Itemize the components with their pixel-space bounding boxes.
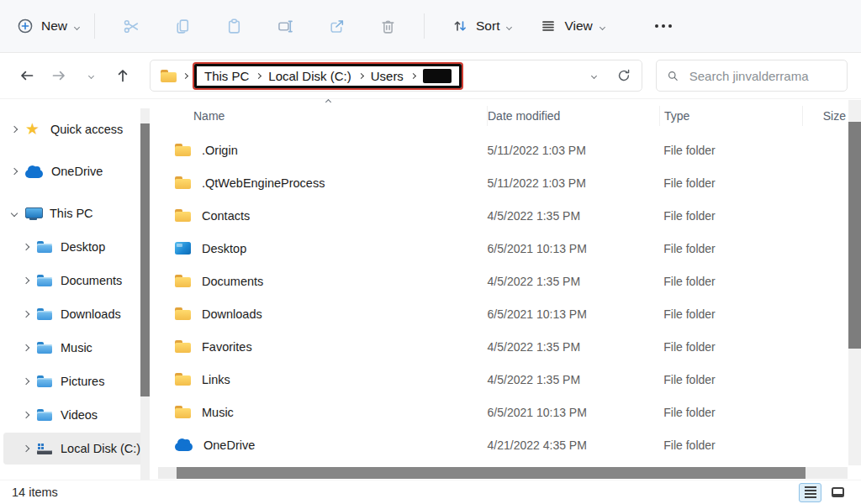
share-button[interactable] [322,12,351,40]
sidebar-item[interactable]: Downloads [3,298,148,330]
file-name: .QtWebEngineProcess [202,176,325,190]
sidebar-item[interactable]: Quick access [3,113,148,145]
file-icon [175,242,191,255]
refresh-button[interactable] [616,68,631,83]
new-button[interactable]: New [17,18,79,34]
sidebar-item[interactable]: Desktop [3,231,148,263]
file-row[interactable]: Desktop 6/5/2021 10:13 PM File folder [151,232,848,265]
column-header-name[interactable]: Name [151,106,488,126]
delete-button[interactable] [373,12,402,40]
file-row[interactable]: Documents 4/5/2022 1:35 PM File folder [151,265,848,297]
expand-chevron-icon[interactable] [11,210,18,217]
expand-chevron-icon[interactable] [23,277,29,284]
file-date-modified: 5/11/2022 1:03 PM [488,176,660,190]
file-row[interactable]: .Origin 5/11/2022 1:03 PM File folder [151,134,848,166]
search-box[interactable] [656,60,848,92]
breadcrumb-separator-icon [358,72,364,78]
file-row[interactable]: Music 6/5/2021 10:13 PM File folder [151,396,848,428]
sidebar-item-label: Documents [61,274,122,287]
chevron-down-icon [506,24,512,29]
file-type: File folder [659,144,802,157]
address-bar[interactable]: This PC Local Disk (C:) Users [150,60,642,92]
sidebar-item-label: Pictures [61,375,104,388]
sidebar-item-icon [37,444,52,454]
breadcrumb-label: Local Disk (C:) [268,69,351,83]
sidebar-item[interactable]: Local Disk (C:) [3,433,148,465]
expand-chevron-icon[interactable] [23,311,29,318]
vertical-scrollbar-thumb[interactable] [848,122,861,349]
back-button[interactable] [13,62,40,89]
sidebar-scrollbar-thumb[interactable] [140,123,150,396]
column-header-size[interactable]: Size [803,109,849,123]
file-row[interactable]: OneDrive 4/21/2022 4:35 PM File folder [151,428,848,461]
details-view-button[interactable] [799,483,821,502]
sidebar-item-label: OneDrive [51,165,103,178]
horizontal-scrollbar-thumb[interactable] [177,467,806,479]
file-row[interactable]: Links 4/5/2022 1:35 PM File folder [151,363,848,396]
file-row[interactable]: Contacts 4/5/2022 1:35 PM File folder [151,199,848,232]
sidebar-item-icon [25,122,42,137]
sidebar-item[interactable]: Videos [3,399,148,431]
sidebar-item[interactable]: Documents [3,265,148,297]
up-button[interactable] [109,62,136,89]
view-button-label: View [564,18,592,34]
file-icon [175,373,191,386]
view-button[interactable]: View [540,18,604,34]
search-input[interactable] [689,69,837,83]
expand-chevron-icon[interactable] [23,412,29,418]
arrow-left-icon [18,67,35,84]
recent-locations-button[interactable] [77,62,104,89]
file-type: File folder [659,242,802,255]
sidebar-item[interactable]: OneDrive [3,155,148,187]
file-date-modified: 6/5/2021 10:13 PM [488,242,660,255]
column-header-type[interactable]: Type [660,106,803,126]
arrow-right-icon [50,67,67,84]
breadcrumb-item[interactable]: Local Disk (C:) [268,69,362,83]
thumbnails-view-button[interactable] [827,483,849,502]
file-row[interactable]: Favorites 4/5/2022 1:35 PM File folder [151,330,848,363]
file-row[interactable]: Downloads 6/5/2021 10:13 PM File folder [151,297,848,330]
breadcrumb-item[interactable]: Users [371,69,415,83]
redacted-username [423,69,452,83]
file-type: File folder [659,275,802,288]
expand-chevron-icon[interactable] [11,168,18,175]
sidebar-item[interactable]: Music [3,332,148,364]
share-icon [328,18,346,35]
plus-circle-icon [17,18,34,34]
sort-button[interactable]: Sort [452,18,511,34]
file-icon [175,176,191,189]
sidebar-item-label: Videos [61,408,98,422]
command-toolbar: New [0,0,861,53]
file-icon [175,307,191,320]
sidebar-item[interactable]: This PC [3,197,148,229]
forward-button[interactable] [45,62,72,89]
sort-button-label: Sort [476,18,499,34]
file-name: OneDrive [203,438,255,452]
expand-chevron-icon[interactable] [11,126,18,133]
file-type: File folder [659,209,802,223]
breadcrumb-item[interactable]: This PC [204,69,261,83]
paste-button[interactable] [219,12,248,40]
breadcrumb-separator-icon [182,72,188,78]
sort-arrows-icon [452,18,468,34]
sidebar-item-icon [25,207,41,220]
expand-chevron-icon[interactable] [23,244,29,250]
file-date-modified: 4/5/2022 1:35 PM [488,340,660,354]
expand-chevron-icon[interactable] [23,344,29,351]
details-view-icon [805,486,816,498]
cut-button[interactable] [117,12,145,40]
column-header-date-modified[interactable]: Date modified [488,106,660,126]
see-more-button[interactable] [655,24,672,28]
sidebar-item-icon [37,308,52,320]
file-name: Downloads [202,307,262,321]
sidebar-item-label: Desktop [61,240,105,254]
column-headers: Name Date modified Type Size [151,100,861,132]
address-dropdown-button[interactable] [591,72,597,78]
sidebar-item-icon [37,241,52,253]
expand-chevron-icon[interactable] [23,445,29,452]
rename-button[interactable] [271,12,299,40]
file-row[interactable]: .QtWebEngineProcess 5/11/2022 1:03 PM Fi… [151,166,848,199]
sidebar-item[interactable]: Pictures [3,365,148,397]
copy-button[interactable] [168,12,197,40]
expand-chevron-icon[interactable] [23,378,29,385]
